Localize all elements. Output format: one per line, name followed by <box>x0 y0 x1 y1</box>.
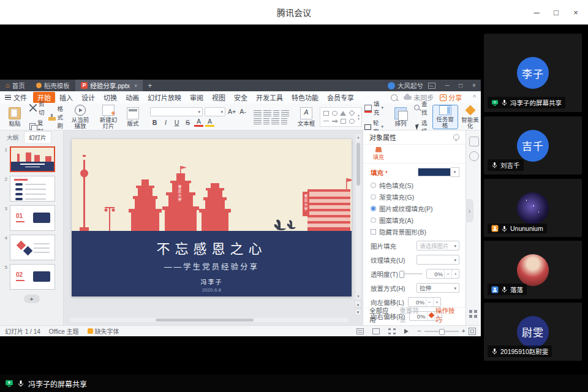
wps-maximize-button[interactable]: □ <box>454 82 467 89</box>
fill-color-swatch[interactable] <box>418 168 451 176</box>
numbering-icon[interactable] <box>263 118 270 124</box>
fit-slide-icon[interactable] <box>469 328 476 335</box>
thumbnail-preview[interactable] <box>10 176 55 202</box>
participant-tile-liujiqian[interactable]: 吉千 刘吉千 <box>484 116 582 175</box>
minimize-button[interactable]: ─ <box>527 0 546 24</box>
indent-icon[interactable] <box>271 118 279 124</box>
menu-design[interactable]: 设计 <box>77 92 99 103</box>
slide-canvas[interactable]: 重庆大学 重庆大学 不忘感恩之心 ——学生党员经验分享 冯李子 2020.6.8 <box>72 139 352 296</box>
format-painter-button[interactable]: 格式刷 <box>47 104 65 130</box>
textbox-button[interactable]: 文本框 <box>294 105 318 129</box>
wps-minimize-button[interactable]: ─ <box>440 82 454 89</box>
font-name-select[interactable]: ▾ <box>150 107 203 116</box>
play-from-current-button[interactable]: 从当前播放 <box>68 105 92 129</box>
texture-fill-select[interactable]: ▾ <box>417 255 459 265</box>
menu-insert[interactable]: 插入 <box>55 92 77 103</box>
italic-button[interactable]: I <box>161 118 170 127</box>
message-icon[interactable] <box>428 83 435 89</box>
arrange-button[interactable]: 排列 <box>388 105 413 129</box>
menu-special-features[interactable]: 特色功能 <box>287 92 323 103</box>
font-size-select[interactable]: ▾ <box>205 107 225 116</box>
ellipse-shape-icon[interactable] <box>332 111 337 116</box>
menu-developer[interactable]: 开发工具 <box>252 92 287 103</box>
shape-fill-button[interactable]: 填充 ▾ <box>363 99 385 116</box>
scroll-down-icon[interactable]: ▼ <box>357 118 360 121</box>
next-slide-button[interactable]: ▼ <box>355 309 361 315</box>
menu-slideshow[interactable]: 幻灯片放映 <box>143 92 186 103</box>
vertical-scrollbar[interactable]: ▲ ▼ <box>356 134 361 300</box>
apply-all-button[interactable]: 全部应用 <box>369 306 393 324</box>
arrow-shape-icon[interactable] <box>332 121 337 122</box>
layout-button[interactable]: 版式 <box>121 105 145 129</box>
zoom-handle[interactable] <box>439 329 445 335</box>
triangle-shape-icon[interactable] <box>340 111 346 116</box>
fill-section-label[interactable]: 填充 <box>371 168 383 177</box>
participant-tile-zhaoweiwen[interactable]: 尉雯 20195910赵尉雯 <box>484 303 582 361</box>
help-icon[interactable] <box>469 151 479 161</box>
new-tab-button[interactable]: + <box>143 81 157 90</box>
zoom-slider[interactable] <box>424 331 459 332</box>
square-shape-icon[interactable] <box>341 119 346 124</box>
reset-background-button[interactable]: 重置背景 <box>399 306 423 324</box>
workspace-grid-icon[interactable] <box>469 310 477 318</box>
placement-select[interactable]: 拉伸 ▾ <box>417 283 459 293</box>
step-down-button[interactable]: − <box>426 298 433 306</box>
highlight-button[interactable]: A <box>205 118 214 127</box>
add-slide-button[interactable]: + <box>24 295 40 303</box>
thumbnail-preview[interactable]: 02 <box>10 264 55 290</box>
missing-font-warning[interactable]: 缺失字体 <box>88 326 119 336</box>
option-gradient-fill[interactable]: 渐变填充(G) <box>371 192 459 202</box>
slider-handle[interactable] <box>399 271 404 278</box>
picture-fill-select[interactable]: 请选择图片 ▾ <box>417 241 459 251</box>
slideshow-play-icon[interactable] <box>404 329 409 334</box>
scrollbar-thumb[interactable] <box>156 318 254 322</box>
circle-shape-icon[interactable] <box>349 119 355 124</box>
slides-tab[interactable]: 幻灯片 <box>24 131 51 143</box>
menu-security[interactable]: 安全 <box>230 92 252 103</box>
justify-icon[interactable] <box>281 110 289 116</box>
step-up-button[interactable]: + <box>433 298 440 306</box>
slide-thumbnail-4[interactable]: 4 <box>1 235 59 260</box>
paste-button[interactable]: 粘贴 <box>2 105 27 129</box>
scroll-up-icon[interactable]: ▲ <box>357 114 360 117</box>
step-up-button[interactable]: + <box>451 270 459 278</box>
smart-beautify-button[interactable]: 智能美化 <box>458 105 483 129</box>
underline-button[interactable]: U <box>172 118 181 127</box>
menu-view[interactable]: 视图 <box>208 92 230 103</box>
task-pane-button[interactable]: 任务窗格 <box>432 105 458 129</box>
shapes-gallery[interactable]: ▲ ▼ <box>320 107 362 127</box>
tab-document[interactable]: P 经验分享.pptx × <box>75 80 143 91</box>
pin-icon[interactable] <box>453 134 459 140</box>
slide-sorter-view-icon[interactable] <box>388 328 396 334</box>
search-icon[interactable] <box>391 94 398 101</box>
new-slide-button[interactable]: 新建幻灯片 <box>96 105 121 129</box>
participant-tile-fenglizi[interactable]: 李子 冯李子的屏幕共享 <box>484 34 582 112</box>
step-down-button[interactable]: − <box>444 270 451 278</box>
close-button[interactable]: × <box>566 0 586 24</box>
participant-tile-unununium[interactable]: Unununium <box>484 179 582 237</box>
diamond-shape-icon[interactable] <box>349 110 355 116</box>
fill-tab[interactable]: 填充 <box>368 145 389 163</box>
wps-username[interactable]: 大风起兮 <box>398 81 423 90</box>
option-pattern-fill[interactable]: 图案填充(A) <box>371 216 459 225</box>
bold-button[interactable]: B <box>150 118 159 127</box>
share-button[interactable]: 分享 <box>440 92 462 102</box>
align-right-icon[interactable] <box>273 110 279 116</box>
option-solid-fill[interactable]: 纯色填充(S) <box>371 181 459 190</box>
strikethrough-button[interactable]: S <box>183 118 192 127</box>
tab-home[interactable]: ⌂ 首页 <box>0 80 31 91</box>
scroll-up-icon[interactable]: ▲ <box>356 135 361 139</box>
menu-review[interactable]: 审阅 <box>186 92 208 103</box>
align-center-icon[interactable] <box>263 110 271 116</box>
cut-button[interactable]: 剪切 <box>28 99 46 116</box>
thumbnail-preview[interactable] <box>10 146 55 172</box>
find-button[interactable]: 查找 <box>413 99 429 116</box>
menu-animation[interactable]: 动画 <box>121 92 143 103</box>
notes-icon[interactable] <box>356 328 364 334</box>
align-left-icon[interactable] <box>254 110 262 116</box>
option-picture-texture-fill[interactable]: 图片或纹理填充(P) <box>371 204 459 213</box>
assistant-icon[interactable] <box>469 137 479 146</box>
normal-view-icon[interactable] <box>372 328 380 334</box>
thumbnail-preview[interactable] <box>10 235 55 260</box>
thumbnail-preview[interactable]: 01 <box>10 205 55 231</box>
